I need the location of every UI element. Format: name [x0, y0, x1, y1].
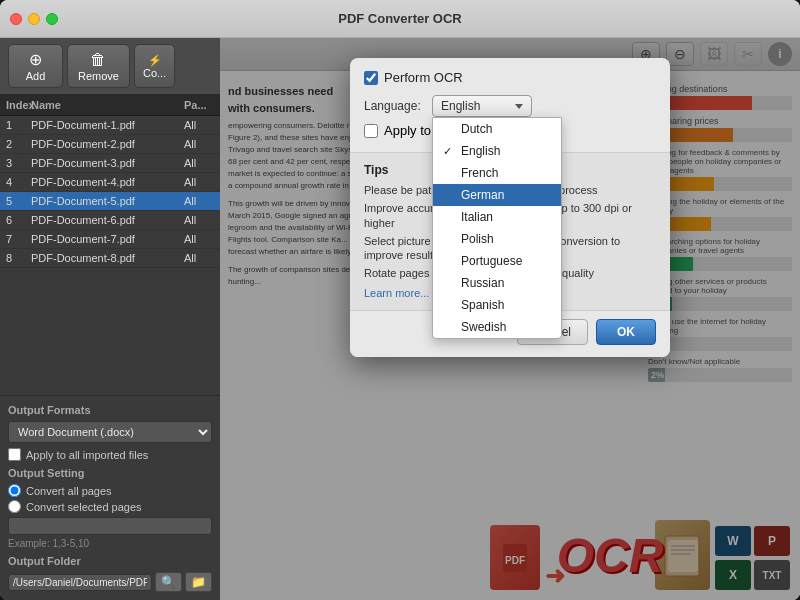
toolbar: ⊕ Add 🗑 Remove ⚡ Co... [0, 38, 220, 95]
lang-option-spanish[interactable]: Spanish [433, 294, 561, 316]
window-title: PDF Converter OCR [338, 11, 462, 26]
learn-more-link[interactable]: Learn more... [364, 287, 429, 299]
app-window: PDF Converter OCR ⊕ Add 🗑 Remove ⚡ Co... [0, 0, 800, 600]
apply-all-checkbox[interactable] [8, 448, 21, 461]
example-text: Example: 1,3-5,10 [8, 538, 212, 549]
table-row[interactable]: 1 PDF-Document-1.pdf All [0, 116, 220, 135]
perform-ocr-checkbox[interactable] [364, 71, 378, 85]
file-table: Index Name Pa... 1 PDF-Document-1.pdf Al… [0, 95, 220, 395]
maximize-button[interactable] [46, 13, 58, 25]
apply-all-row: Apply to all imported files [8, 448, 212, 461]
main-layout: ⊕ Add 🗑 Remove ⚡ Co... Index Name Pa... [0, 38, 800, 600]
lang-option-polish[interactable]: Polish [433, 228, 561, 250]
folder-search-button[interactable]: 🔍 [155, 572, 182, 592]
header-index: Index [6, 99, 31, 111]
add-button[interactable]: ⊕ Add [8, 44, 63, 88]
convert-label: Co... [143, 67, 166, 79]
table-row[interactable]: 2 PDF-Document-2.pdf All [0, 135, 220, 154]
lang-option-italian[interactable]: Italian [433, 206, 561, 228]
convert-all-label: Convert all pages [26, 485, 112, 497]
language-dropdown-list: Dutch ✓ English French [432, 117, 562, 339]
language-label: Language: [364, 99, 424, 113]
lang-option-dutch[interactable]: Dutch [433, 118, 561, 140]
folder-browse-button[interactable]: 📁 [185, 572, 212, 592]
ocr-header: Perform OCR Language: English [350, 58, 670, 152]
folder-input[interactable] [8, 574, 152, 591]
language-dropdown-container: English Dutch [432, 95, 532, 117]
left-panel: ⊕ Add 🗑 Remove ⚡ Co... Index Name Pa... [0, 38, 220, 600]
convert-all-radio[interactable] [8, 484, 21, 497]
title-bar: PDF Converter OCR [0, 0, 800, 38]
selected-language: English [441, 99, 480, 113]
bottom-panel: Output Formats Word Document (.docx) Exc… [0, 395, 220, 600]
table-row[interactable]: 6 PDF-Document-6.pdf All [0, 211, 220, 230]
pages-input[interactable] [8, 517, 212, 535]
convert-selected-label: Convert selected pages [26, 501, 142, 513]
close-button[interactable] [10, 13, 22, 25]
remove-label: Remove [78, 70, 119, 82]
folder-row: 🔍 📁 [8, 572, 212, 592]
apply-to-all-ocr-checkbox[interactable] [364, 124, 378, 138]
add-label: Add [26, 70, 46, 82]
lang-option-french[interactable]: French [433, 162, 561, 184]
lang-option-english[interactable]: ✓ English [433, 140, 561, 162]
table-row[interactable]: 7 PDF-Document-7.pdf All [0, 230, 220, 249]
add-icon: ⊕ [29, 50, 42, 69]
ok-button[interactable]: OK [596, 319, 656, 345]
convert-selected-radio[interactable] [8, 500, 21, 513]
apply-all-label: Apply to all imported files [26, 449, 148, 461]
lang-option-russian[interactable]: Russian [433, 272, 561, 294]
table-row[interactable]: 5 PDF-Document-5.pdf All [0, 192, 220, 211]
perform-ocr-label: Perform OCR [384, 70, 463, 85]
convert-all-row: Convert all pages [8, 484, 212, 497]
remove-button[interactable]: 🗑 Remove [67, 44, 130, 88]
output-setting-title: Output Setting [8, 467, 212, 479]
right-panel: ⊕ ⊖ 🖼 ✂ i nd businesses needwith consume… [220, 38, 800, 600]
table-row[interactable]: 4 PDF-Document-4.pdf All [0, 173, 220, 192]
table-row[interactable]: 3 PDF-Document-3.pdf All [0, 154, 220, 173]
format-select[interactable]: Word Document (.docx) Excel (.xlsx) Powe… [8, 421, 212, 443]
output-folder-title: Output Folder [8, 555, 212, 567]
table-header: Index Name Pa... [0, 95, 220, 116]
radio-group: Convert all pages Convert selected pages [8, 484, 212, 513]
minimize-button[interactable] [28, 13, 40, 25]
convert-selected-row: Convert selected pages [8, 500, 212, 513]
convert-button[interactable]: ⚡ Co... [134, 44, 175, 88]
traffic-lights [10, 13, 58, 25]
language-dropdown-button[interactable]: English [432, 95, 532, 117]
perform-ocr-row: Perform OCR [364, 70, 656, 85]
language-row: Language: English D [364, 95, 656, 117]
convert-icon: ⚡ [148, 54, 162, 67]
table-row[interactable]: 8 PDF-Document-8.pdf All [0, 249, 220, 268]
header-pages: Pa... [184, 99, 214, 111]
trash-icon: 🗑 [90, 51, 106, 69]
ocr-modal-overlay: Perform OCR Language: English [220, 38, 800, 600]
header-name: Name [31, 99, 184, 111]
output-formats-title: Output Formats [8, 404, 212, 416]
chevron-down-icon [515, 104, 523, 109]
ocr-panel: Perform OCR Language: English [350, 58, 670, 357]
lang-option-swedish[interactable]: Swedish [433, 316, 561, 338]
lang-option-portuguese[interactable]: Portuguese [433, 250, 561, 272]
lang-option-german[interactable]: German [433, 184, 561, 206]
